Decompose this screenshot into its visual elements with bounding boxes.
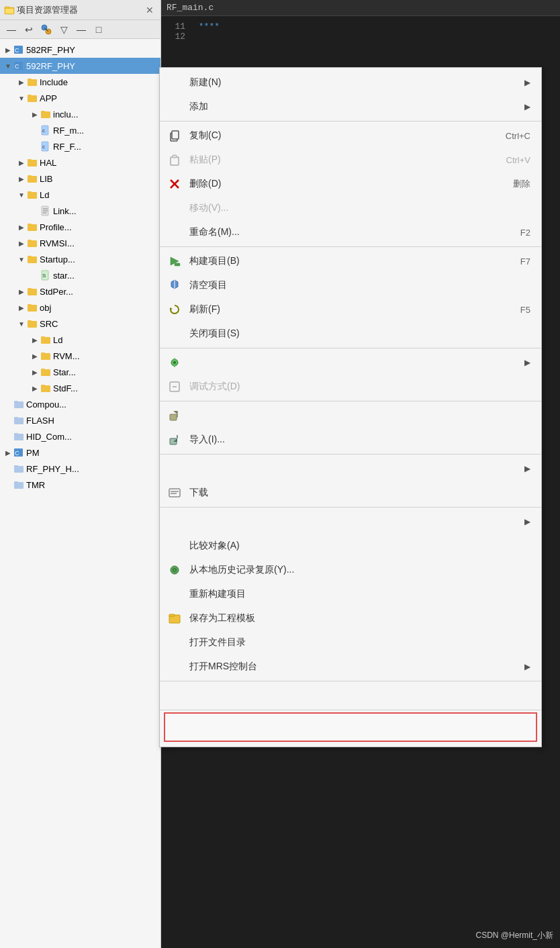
new-icon xyxy=(167,75,183,91)
menu-item-import[interactable] xyxy=(160,404,541,428)
collapse-icon[interactable]: — xyxy=(4,22,19,37)
menu-item-debug[interactable]: ▶ xyxy=(160,350,541,375)
link-icon[interactable] xyxy=(39,22,54,37)
tree-item-rvmsi[interactable]: ▶ RVMSI... xyxy=(0,235,160,251)
menu-item-rename[interactable]: 重命名(M)... F2 xyxy=(160,220,541,244)
menu-item-cppcheck[interactable]: 打开MRS控制台 ▶ xyxy=(160,655,541,679)
tree-item-lib[interactable]: ▶ LIB xyxy=(0,171,160,187)
menu-item-exclude[interactable]: 调试方式(D) xyxy=(160,375,541,399)
tree-label-src-rvm: RVM... xyxy=(53,351,80,361)
expand-arrow-rvmsi: ▶ xyxy=(16,238,27,248)
menu-item-codeformat[interactable]: 下载 xyxy=(160,481,541,505)
menu-label-build: 构建项目(B) xyxy=(189,255,240,267)
maximize-icon[interactable]: □ xyxy=(91,22,106,37)
tree-item-src[interactable]: ▼ SRC xyxy=(0,316,160,332)
menu-item-openfiledir[interactable]: 保存为工程模板 xyxy=(160,606,541,630)
tree-item-592rf[interactable]: ▼ C 592RF_PHY xyxy=(0,58,160,74)
debug-icon xyxy=(167,354,183,371)
tree-item-flash[interactable]: ▶ FLASH xyxy=(0,412,160,428)
folder-icon-lib xyxy=(27,173,38,184)
title-bar: 项目资源管理器 ✕ xyxy=(0,0,160,20)
project-icon-592rf: C xyxy=(13,60,24,71)
code-area: 11 **** 12 xyxy=(161,16,560,47)
svg-rect-33 xyxy=(28,240,32,242)
menu-item-new[interactable]: 新建(N) ▶ xyxy=(160,70,541,95)
expand-arrow-582rf: ▶ xyxy=(3,44,13,55)
tree-item-incl[interactable]: ▶ inclu... xyxy=(0,106,160,122)
menu-item-add[interactable]: 添加 ▶ xyxy=(160,95,541,119)
svg-text:S: S xyxy=(42,273,46,279)
expand-arrow-stdper: ▶ xyxy=(16,286,27,297)
expand-arrow-include: ▶ xyxy=(16,77,27,87)
tree-item-compou[interactable]: ▶ Compou... xyxy=(0,396,160,412)
compare-arrow: ▶ xyxy=(524,517,530,526)
svg-rect-21 xyxy=(28,159,32,161)
tree-item-tmr[interactable]: ▶ TMR xyxy=(0,477,160,493)
menu-item-refresh[interactable]: 刷新(F) F5 xyxy=(160,297,541,322)
menu-item-restore[interactable]: 比较对象(A) xyxy=(160,534,541,558)
tree-item-src-ld[interactable]: ▶ Ld xyxy=(0,332,160,348)
tree-item-hidcom[interactable]: ▶ HID_Com... xyxy=(0,428,160,444)
tree-item-star[interactable]: ▶ S star... xyxy=(0,267,160,283)
refresh-icon xyxy=(167,301,183,318)
menu-item-openmrs[interactable]: 打开文件目录 xyxy=(160,630,541,655)
tree-item-app[interactable]: ▼ APP xyxy=(0,90,160,106)
menu-item-close[interactable]: 关闭项目(S) xyxy=(160,322,541,346)
svg-rect-1 xyxy=(5,7,9,9)
menu-item-export[interactable]: 导入(I)... xyxy=(160,428,541,452)
tree-item-src-stdf[interactable]: ▶ StdF... xyxy=(0,380,160,396)
svg-rect-31 xyxy=(28,224,32,226)
menu-item-move[interactable]: 移动(V)... xyxy=(160,196,541,220)
menu-item-delete[interactable]: 删除(D) 删除 xyxy=(160,172,541,196)
dropdown-icon[interactable]: ▽ xyxy=(56,22,71,37)
menu-item-download[interactable]: ▶ xyxy=(160,457,541,481)
menu-item-paste[interactable]: 粘贴(P) Ctrl+V xyxy=(160,148,541,172)
expand-arrow-ld: ▼ xyxy=(16,189,27,200)
back-icon[interactable]: ↩ xyxy=(21,22,36,37)
expand-arrow-app: ▼ xyxy=(16,93,27,103)
line-content-11: **** xyxy=(199,21,220,32)
tree-item-stdper[interactable]: ▶ StdPer... xyxy=(0,283,160,299)
tree-item-link[interactable]: ▶ Link... xyxy=(0,203,160,219)
tree-label-rfm: RF_m... xyxy=(53,126,84,136)
svg-text:c: c xyxy=(42,128,45,134)
export-icon xyxy=(167,432,183,448)
menu-item-properties[interactable] xyxy=(164,712,537,742)
tree-item-582rf[interactable]: ▶ C 582RF_PHY xyxy=(0,42,160,58)
menu-item-openinnewwindow[interactable] xyxy=(160,683,541,708)
svg-rect-43 xyxy=(28,320,32,322)
close-proj-icon xyxy=(167,326,183,342)
tree-item-src-rvm[interactable]: ▶ RVM... xyxy=(0,348,160,364)
editor-tab[interactable]: RF_main.c xyxy=(161,0,560,16)
menu-item-build[interactable]: 构建项目(B) F7 xyxy=(160,249,541,273)
tree-item-startup[interactable]: ▼ Startup... xyxy=(0,251,160,267)
expand-arrow-src-stdf: ▶ xyxy=(30,383,40,393)
menu-item-clean[interactable]: 清空项目 xyxy=(160,273,541,297)
tree-item-pm[interactable]: ▶ C PM xyxy=(0,444,160,461)
tree-label-incl: inclu... xyxy=(53,109,79,120)
tree-label-src-star: Star... xyxy=(53,367,76,377)
folder-icon-src xyxy=(27,318,38,329)
tree-item-obj[interactable]: ▶ obj xyxy=(0,299,160,316)
svg-rect-49 xyxy=(41,369,45,371)
tree-item-include[interactable]: ▶ Include xyxy=(0,74,160,90)
openfiledir-icon xyxy=(167,610,183,626)
tree-item-src-star[interactable]: ▶ Star... xyxy=(0,364,160,380)
code-line-11: 11 **** xyxy=(169,21,552,32)
menu-item-rebuild[interactable]: 从本地历史记录复原(Y)... xyxy=(160,558,541,582)
menu-label-add: 添加 xyxy=(189,101,208,113)
tree-item-rfm[interactable]: ▶ c RF_m... xyxy=(0,122,160,138)
tree-item-rff[interactable]: ▶ c RF_F... xyxy=(0,138,160,154)
tree-item-profile[interactable]: ▶ Profile... xyxy=(0,219,160,235)
menu-item-compare[interactable]: ▶ xyxy=(160,510,541,534)
tree-item-ld[interactable]: ▼ Ld xyxy=(0,187,160,203)
import-icon xyxy=(167,408,183,424)
menu-item-copy[interactable]: 复制(C) Ctrl+C xyxy=(160,124,541,148)
project-explorer-icon xyxy=(4,5,15,15)
tree-item-hal[interactable]: ▶ HAL xyxy=(0,154,160,171)
tree-item-rfphy[interactable]: ▶ RF_PHY_H... xyxy=(0,461,160,477)
menu-item-savetemplate[interactable]: 重新构建项目 xyxy=(160,582,541,606)
minimize-icon[interactable]: — xyxy=(74,22,89,37)
close-button[interactable]: ✕ xyxy=(143,5,156,15)
svg-rect-71 xyxy=(175,263,180,266)
